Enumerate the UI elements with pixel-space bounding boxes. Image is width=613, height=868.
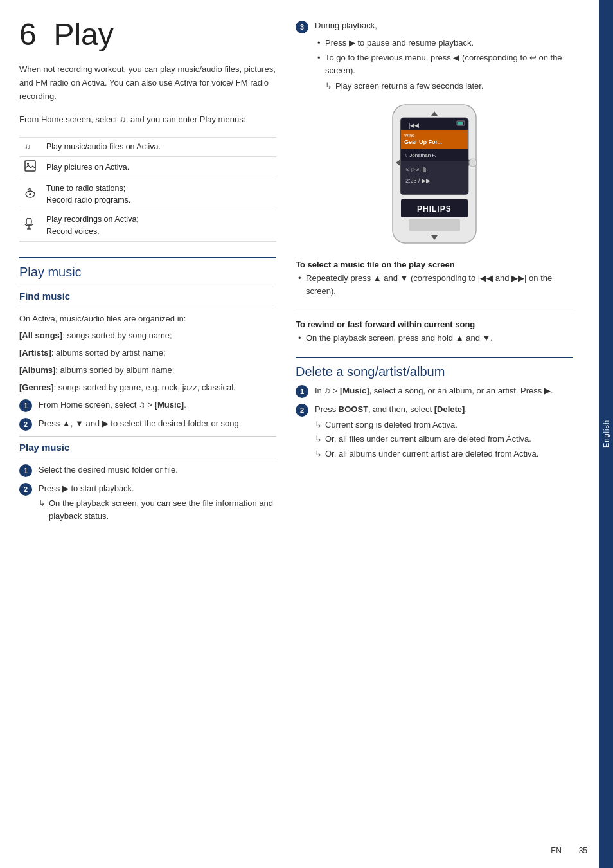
play-music-sub-heading: Play music <box>19 442 276 453</box>
svg-text:2:23 / ▶▶: 2:23 / ▶▶ <box>405 177 431 184</box>
language-tab: English <box>599 0 613 868</box>
play-step-1: 1 Select the desired music folder or fil… <box>19 464 276 477</box>
rewind-divider <box>296 309 573 309</box>
rewind-title: To rewind or fast forward within current… <box>296 320 573 329</box>
language-footer-label: EN <box>551 846 562 855</box>
step-content: Press ▶ to start playback. On the playba… <box>39 482 276 523</box>
svg-rect-0 <box>25 161 35 171</box>
step-3-bullet-1: Press ▶ to pause and resume playback. <box>315 37 573 50</box>
find-music-heading: Find music <box>19 291 276 302</box>
artists-item: [Artists]: albums sorted by artist name; <box>19 347 276 360</box>
sub-divider-2 <box>19 436 276 437</box>
step-3-bullet-2: To go to the previous menu, press ◀ (cor… <box>315 51 573 93</box>
left-column: 6 Play When not recording workout, you c… <box>19 19 289 849</box>
step-number: 1 <box>19 399 32 412</box>
step-content: From Home screen, select ♫ > [Music]. <box>39 399 276 412</box>
delete-step-2: 2 Press BOOST, and then, select [Delete]… <box>296 403 573 460</box>
play-step-2: 2 Press ▶ to start playback. On the play… <box>19 482 276 523</box>
delete-arrow-1: Current song is deleted from Activa. <box>315 419 573 431</box>
right-column: 3 During playback, Press ▶ to pause and … <box>289 19 573 849</box>
table-row: ♫ Play music/audio files on Activa. <box>19 138 276 157</box>
delete-step-1: 1 In ♫ > [Music], select a song, or an a… <box>296 384 573 398</box>
intro-paragraph-2: From Home screen, select ♫, and you can … <box>19 113 276 127</box>
voice-icon <box>19 210 41 242</box>
svg-rect-6 <box>26 218 31 225</box>
language-label: English <box>602 420 610 448</box>
svg-point-5 <box>29 193 31 195</box>
svg-text:♫ Jonathan F.: ♫ Jonathan F. <box>404 152 436 158</box>
svg-rect-15 <box>458 122 463 125</box>
step-3-number: 3 <box>296 21 308 33</box>
svg-point-28 <box>469 159 477 167</box>
step-content: In ♫ > [Music], select a song, or an alb… <box>315 384 573 398</box>
radio-icon <box>19 179 41 210</box>
page-number: 35 <box>579 846 587 855</box>
step-number: 1 <box>19 464 32 477</box>
svg-text:|◀◀: |◀◀ <box>409 122 419 129</box>
svg-text:PHILIPS: PHILIPS <box>417 204 452 213</box>
step-3-content: During playback, Press ▶ to pause and re… <box>315 19 573 94</box>
albums-item: [Albums]: albums sorted by album name; <box>19 364 276 377</box>
chapter-title: 6 Play <box>19 19 276 50</box>
find-music-step-1: 1 From Home screen, select ♫ > [Music]. <box>19 399 276 412</box>
play-music-heading: Play music <box>19 265 276 280</box>
table-cell: Tune to radio stations;Record radio prog… <box>41 179 276 210</box>
sub-divider-3 <box>19 458 276 458</box>
all-songs-item: [All songs]: songs sorted by song name; <box>19 329 276 343</box>
table-row: Play pictures on Activa. <box>19 156 276 179</box>
find-music-step-2: 2 Press ▲, ▼ and ▶ to select the desired… <box>19 417 276 431</box>
step-number: 1 <box>296 385 308 398</box>
section-divider <box>19 257 276 258</box>
step-content: Press ▲, ▼ and ▶ to select the desired f… <box>39 417 276 431</box>
rewind-section: To rewind or fast forward within current… <box>296 320 573 345</box>
svg-text:Wind: Wind <box>404 133 414 138</box>
svg-rect-31 <box>409 219 460 231</box>
step-content: Press BOOST, and then, select [Delete]. … <box>315 403 573 460</box>
step-3-container: 3 During playback, Press ▶ to pause and … <box>296 19 573 94</box>
rewind-bullet: On the playback screen, press and hold ▲… <box>296 332 573 345</box>
table-cell: Play music/audio files on Activa. <box>41 138 276 157</box>
genres-item: [Genres]: songs sorted by genre, e.g. ro… <box>19 381 276 395</box>
step-number: 2 <box>19 483 32 496</box>
device-image-container: |◀◀ Wind Gear Up For... ♫ Jonathan F. ⊙ … <box>296 102 573 249</box>
table-cell: Play pictures on Activa. <box>41 156 276 179</box>
delete-section-divider <box>296 357 573 358</box>
music-icon: ♫ <box>19 138 41 157</box>
table-row: Play recordings on Activa;Record voices. <box>19 210 276 242</box>
feature-table: ♫ Play music/audio files on Activa. Play… <box>19 137 276 242</box>
step-3-arrow: Play screen returns a few seconds later. <box>325 80 573 93</box>
step-content: Select the desired music folder or file. <box>39 464 276 477</box>
select-music-section: To select a music file on the play scree… <box>296 260 573 299</box>
find-music-intro: On Activa, music/audio files are organiz… <box>19 312 276 326</box>
sub-divider <box>19 307 276 307</box>
step-number: 2 <box>19 418 32 431</box>
svg-text:⊙ ▷⊙ |‖|.: ⊙ ▷⊙ |‖|. <box>405 167 428 172</box>
device-image: |◀◀ Wind Gear Up For... ♫ Jonathan F. ⊙ … <box>373 102 495 249</box>
delete-section-heading: Delete a song/artist/album <box>296 365 573 379</box>
select-music-bullet: Repeatedly press ▲ and ▼ (corresponding … <box>296 272 573 299</box>
picture-icon <box>19 156 41 179</box>
sub-divider <box>19 285 276 285</box>
step-arrow: On the playback screen, you can see the … <box>39 497 276 522</box>
delete-arrow-2: Or, all files under current album are de… <box>315 433 573 446</box>
table-cell: Play recordings on Activa;Record voices. <box>41 210 276 242</box>
svg-point-1 <box>27 163 29 165</box>
table-row: Tune to radio stations;Record radio prog… <box>19 179 276 210</box>
step-number: 2 <box>296 404 308 417</box>
svg-text:Gear Up For...: Gear Up For... <box>404 139 442 145</box>
step-3-intro: During playback, <box>315 19 573 33</box>
select-music-title: To select a music file on the play scree… <box>296 260 573 269</box>
intro-paragraph-1: When not recording workout, you can play… <box>19 63 276 103</box>
delete-arrow-3: Or, all albums under current artist are … <box>315 448 573 460</box>
